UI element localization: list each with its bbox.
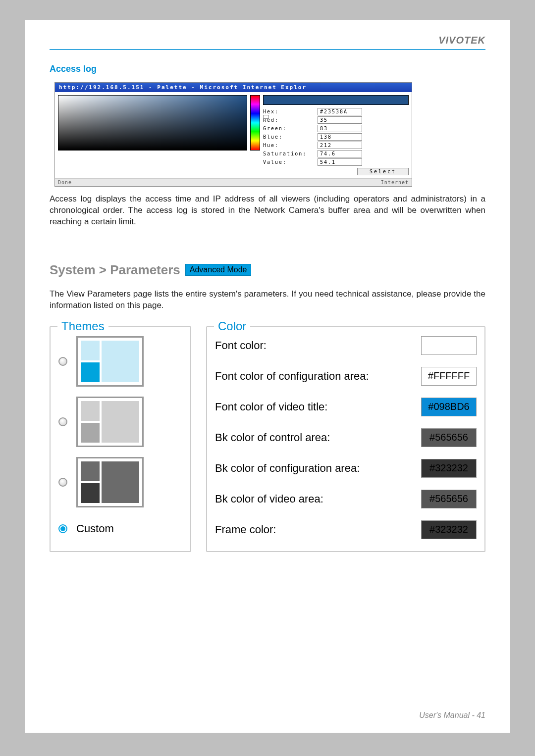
hex-input[interactable]	[318, 108, 362, 115]
theme-option-custom[interactable]: Custom	[58, 522, 182, 535]
advanced-mode-badge: Advanced Mode	[185, 264, 252, 276]
color-row: Bk color of video area:#565656	[215, 490, 477, 508]
hex-label: Hex:	[263, 109, 318, 114]
sat-input[interactable]	[318, 150, 362, 157]
themes-legend: Themes	[57, 319, 108, 333]
hue-label: Hue:	[263, 143, 318, 148]
color-swatch[interactable]	[421, 336, 477, 355]
val-input[interactable]	[318, 158, 362, 166]
theme-thumb-grey	[76, 397, 144, 447]
color-row: Font color of video title:#098BD6	[215, 398, 477, 416]
color-swatch[interactable]: #323232	[421, 459, 477, 478]
color-row-label: Bk color of configuration area:	[215, 462, 360, 475]
hue-strip[interactable]	[250, 95, 260, 151]
theme-option-grey[interactable]	[58, 397, 182, 447]
blue-input[interactable]	[318, 133, 362, 141]
access-log-body: Access log displays the access time and …	[50, 194, 485, 228]
green-label: Green:	[263, 126, 318, 131]
sat-label: Saturation:	[263, 151, 318, 156]
blue-label: Blue:	[263, 134, 318, 140]
color-swatch[interactable]: #565656	[421, 490, 477, 508]
color-preview	[263, 95, 409, 105]
page-footer: User's Manual - 41	[419, 711, 485, 720]
theme-option-dark[interactable]	[58, 457, 182, 507]
parameters-heading: System > Parameters	[50, 262, 180, 278]
color-row-label: Bk color of video area:	[215, 493, 323, 505]
color-gradient[interactable]	[58, 95, 247, 151]
hue-slider-thumb[interactable]	[263, 115, 269, 119]
palette-titlebar: http://192.168.5.151 - Palette - Microso…	[55, 83, 412, 92]
red-input[interactable]	[318, 116, 362, 124]
status-left: Done	[58, 180, 72, 185]
radio-icon[interactable]	[58, 357, 67, 366]
parameters-body: The View Parameters page lists the entir…	[50, 289, 485, 311]
color-row-label: Bk color of control area:	[215, 431, 330, 444]
palette-body: Hex: Red: Green: Blue:	[55, 92, 412, 178]
radio-icon[interactable]	[58, 524, 67, 533]
color-fieldset: Color Font color:Font color of configura…	[206, 326, 485, 552]
color-row: Font color of configuration area:#FFFFFF	[215, 367, 477, 386]
color-row-label: Font color of video title:	[215, 401, 327, 413]
color-swatch[interactable]: #323232	[421, 520, 477, 539]
color-row: Bk color of configuration area:#323232	[215, 459, 477, 478]
radio-icon[interactable]	[58, 478, 67, 487]
theme-option-blue[interactable]	[58, 336, 182, 387]
select-button[interactable]: Select	[357, 168, 409, 175]
val-label: Value:	[263, 159, 318, 165]
status-right: Internet	[381, 180, 409, 185]
color-swatch[interactable]: #098BD6	[421, 398, 477, 416]
color-readout: Hex: Red: Green: Blue:	[263, 95, 409, 175]
color-swatch[interactable]: #FFFFFF	[421, 367, 477, 386]
brand-label: VIVOTEK	[50, 35, 485, 46]
color-row: Bk color of control area:#565656	[215, 428, 477, 447]
themes-fieldset: Themes	[50, 326, 191, 552]
access-log-heading: Access log	[50, 64, 485, 74]
header-rule	[50, 49, 485, 50]
color-row: Frame color:#323232	[215, 520, 477, 539]
red-label: Red:	[263, 117, 318, 123]
color-row-label: Frame color:	[215, 523, 276, 536]
theme-custom-label: Custom	[76, 522, 114, 535]
hue-input[interactable]	[318, 142, 362, 149]
palette-window: http://192.168.5.151 - Palette - Microso…	[54, 82, 412, 187]
theme-thumb-dark	[76, 457, 144, 507]
color-row-label: Font color:	[215, 339, 267, 352]
color-row: Font color:	[215, 336, 477, 355]
color-row-label: Font color of configuration area:	[215, 370, 369, 383]
color-legend: Color	[214, 319, 250, 333]
color-swatch[interactable]: #565656	[421, 428, 477, 447]
green-input[interactable]	[318, 125, 362, 132]
radio-icon[interactable]	[58, 417, 67, 426]
palette-statusbar: Done Internet	[55, 178, 412, 186]
theme-thumb-blue	[76, 336, 144, 387]
